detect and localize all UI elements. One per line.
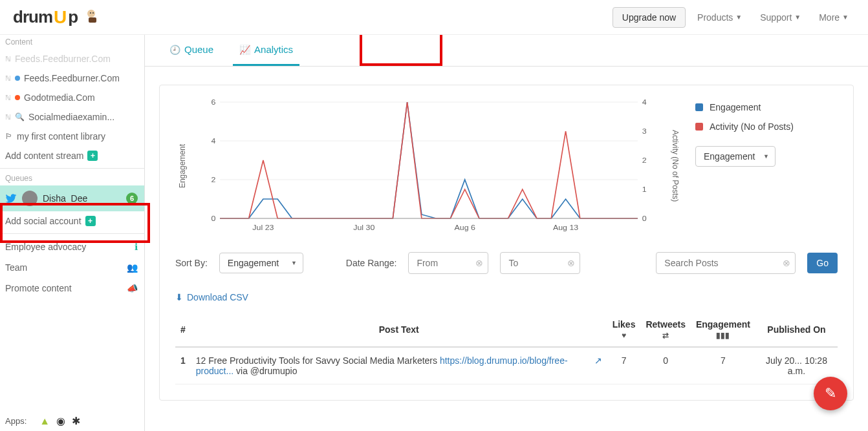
queue-badge: 6 [126,193,138,204]
queue-name: Disha_Dee [43,193,87,204]
clear-from-icon[interactable]: ⊗ [475,258,483,268]
row-retweets: 0 [640,347,690,384]
date-range-label: Date Range: [346,258,397,268]
add-social-account[interactable]: Add social account + [0,211,144,231]
download-csv-link[interactable]: ⬇ Download CSV [175,292,248,302]
compose-fab[interactable]: ✎ [814,377,847,410]
svg-rect-1 [89,17,96,23]
legend-activity: Activity (No of Posts) [695,121,838,132]
feed-item[interactable]: ℕGodotmedia.Com [0,88,144,107]
posts-table: # Post Text Likes♥ Retweets⇄ Engagement▮… [175,313,838,384]
add-social-label: Add social account [5,216,81,226]
svg-text:Jul 30: Jul 30 [353,224,375,231]
metric-select[interactable]: Engagement [695,146,776,167]
logo-u: U [54,7,67,28]
svg-text:Aug 13: Aug 13 [553,224,578,231]
feed-label: Feeds.Feedburner.Com [24,73,120,83]
svg-text:4: 4 [642,98,647,106]
caret-icon: ▼ [735,14,742,21]
feed-item[interactable]: ℕFeeds.Feedburner.Com [0,49,144,68]
sort-by-label: Sort By: [175,258,208,268]
sort-by-select-wrap[interactable]: Engagement [219,253,303,273]
nav-support[interactable]: Support▼ [754,8,807,27]
clear-search-icon[interactable]: ⊗ [783,258,790,268]
sidebar: Content ℕFeeds.Feedburner.ComℕFeeds.Feed… [0,35,145,431]
divider [0,233,144,234]
legend-engagement: Engagement [695,102,838,112]
annotation-highlight-analytics [360,35,442,66]
y-right-label: Activity (No of Posts) [668,130,682,202]
nav-products[interactable]: Products▼ [691,8,748,27]
feed-label: Feeds.Feedburner.Com [15,54,111,64]
feed-label: Godotmedia.Com [24,92,95,103]
info-icon: ℹ [135,242,138,252]
dot-icon [15,95,20,100]
avatar [22,191,38,206]
megaphone-icon: 📣 [127,283,138,293]
feed-item[interactable]: 🏳my first content library [0,127,144,146]
add-content-stream[interactable]: Add content stream + [0,146,144,165]
go-button[interactable]: Go [807,253,838,273]
chart-line-icon: 📈 [239,45,250,55]
logo[interactable]: drumUp [13,7,103,28]
svg-point-2 [90,12,91,14]
tab-queue[interactable]: 🕘 Queue [163,44,220,66]
logo-text: drum [13,7,52,27]
queues-section-label: Queues [0,171,144,185]
col-likes: Likes♥ [607,313,641,347]
svg-text:0: 0 [211,215,215,222]
upgrade-button[interactable]: Upgrade now [613,7,686,28]
row-text: 12 Free Productivity Tools for Savvy Soc… [191,347,607,384]
filter-row: Sort By: Engagement Date Range: ⊗ [175,252,838,274]
rss-icon: ℕ [5,113,11,121]
svg-text:6: 6 [211,98,215,106]
chrome-icon[interactable]: ◉ [56,415,65,427]
sidebar-employee-advocacy[interactable]: Employee advocacy ℹ [0,237,144,257]
svg-text:Aug 6: Aug 6 [454,224,475,231]
divider [0,168,144,169]
pencil-icon: ✎ [825,385,836,402]
sort-by-select[interactable]: Engagement [219,253,303,273]
sidebar-team[interactable]: Team 👥 [0,257,144,278]
svg-text:3: 3 [642,127,647,135]
svg-text:1: 1 [642,185,647,193]
tabs: 🕘 Queue 📈 Analytics [145,35,868,67]
tab-analytics[interactable]: 📈 Analytics [233,44,299,66]
legend-swatch-red [695,123,703,131]
external-link-icon[interactable]: ↗ [594,355,602,366]
svg-text:0: 0 [642,215,647,222]
svg-text:4: 4 [211,137,215,145]
legend-swatch-blue [695,103,703,111]
slack-icon[interactable]: ✱ [72,415,80,427]
android-icon[interactable]: ▲ [39,415,50,427]
apps-row: Apps: ▲ ◉ ✱ [0,410,144,431]
plus-icon: + [85,216,96,226]
drummer-icon [82,7,103,28]
magnify-icon: 🔍 [15,112,25,121]
metric-select-wrap[interactable]: Engagement [695,146,776,167]
main: 🕘 Queue 📈 Analytics Engagement 024601234… [145,35,868,431]
row-likes: 7 [607,347,641,384]
nav-more[interactable]: More▼ [812,8,855,27]
svg-point-0 [87,10,95,17]
dot-icon [15,76,20,81]
feed-item[interactable]: ℕFeeds.Feedburner.Com [0,68,144,88]
feed-label: my first content library [17,131,105,142]
svg-point-3 [92,12,94,14]
table-row: 112 Free Productivity Tools for Savvy So… [175,347,838,384]
content-section-label: Content [0,35,144,49]
caret-icon: ▼ [842,14,849,21]
rss-icon: ℕ [5,94,11,102]
row-engagement: 7 [691,347,755,384]
feed-item[interactable]: ℕ🔍Socialmediaexamin... [0,107,144,127]
logo-p: p [68,7,78,27]
twitter-icon [5,193,17,204]
users-icon: 👥 [127,262,138,273]
sidebar-promote-content[interactable]: Promote content 📣 [0,278,144,299]
clear-to-icon[interactable]: ⊗ [567,258,575,268]
search-posts-input[interactable] [656,252,796,274]
apps-label: Apps: [5,416,27,426]
queue-item-disha[interactable]: Disha_Dee 6 [0,185,144,211]
svg-text:2: 2 [211,176,215,184]
post-link[interactable]: https://blog.drumup.io/blog/free-product… [196,355,568,376]
